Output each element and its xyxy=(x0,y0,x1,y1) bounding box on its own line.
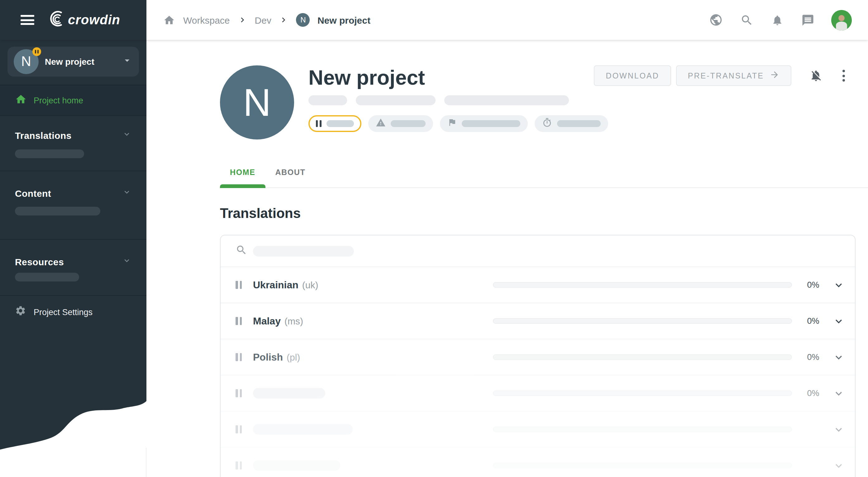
caret-down-icon xyxy=(122,55,133,68)
flag-status-chip[interactable] xyxy=(440,115,527,132)
progress-percent: 0% xyxy=(800,352,826,362)
skeleton-bar xyxy=(15,207,100,215)
pause-icon xyxy=(236,462,242,470)
page-title: New project xyxy=(308,65,608,90)
progress-percent: 0% xyxy=(800,280,826,289)
messages-icon[interactable] xyxy=(801,13,814,27)
tab-about[interactable]: ABOUT xyxy=(265,168,315,188)
breadcrumb-workspace[interactable]: Workspace xyxy=(183,14,230,25)
language-row-loading[interactable] xyxy=(221,447,855,477)
progress-bar xyxy=(493,282,792,288)
translations-card: Ukrainian (uk) 0% Malay (ms) 0% xyxy=(220,235,856,477)
project-name: New project xyxy=(45,57,122,67)
timer-icon xyxy=(542,117,552,130)
translations-heading: Translations xyxy=(220,205,868,222)
more-options-icon[interactable] xyxy=(838,68,849,83)
top-bar-icons xyxy=(709,10,852,30)
tab-bar: HOME ABOUT xyxy=(220,168,868,188)
pause-icon xyxy=(236,389,242,397)
sidebar: N New project Project home Translations xyxy=(0,40,147,477)
project-header: N New project xyxy=(147,40,868,139)
skeleton-bar xyxy=(15,149,84,158)
crowdin-logo-text: crowdin xyxy=(68,12,120,27)
search-icon xyxy=(236,244,247,258)
menu-icon[interactable] xyxy=(21,15,34,25)
timer-status-chip[interactable] xyxy=(534,115,608,132)
flag-icon xyxy=(447,118,457,130)
status-chip-row xyxy=(308,115,608,132)
warning-icon xyxy=(375,117,385,130)
chevron-down-icon[interactable] xyxy=(833,351,845,363)
chevron-down-icon[interactable] xyxy=(833,279,845,291)
pause-icon xyxy=(236,425,242,434)
download-button[interactable]: DOWNLOAD xyxy=(594,65,671,86)
chevron-down-icon xyxy=(122,188,131,199)
language-row-polish[interactable]: Polish (pl) 0% xyxy=(221,339,855,375)
sidebar-header: crowdin xyxy=(0,0,147,40)
home-icon xyxy=(15,93,27,107)
top-bar-main: Workspace Dev N New project xyxy=(147,0,868,40)
project-switcher[interactable]: N New project xyxy=(7,47,139,77)
language-name: Ukrainian xyxy=(253,279,299,291)
breadcrumb-current[interactable]: New project xyxy=(317,14,370,25)
gear-icon xyxy=(15,305,26,319)
chevron-down-icon[interactable] xyxy=(833,423,845,436)
sidebar-wave-decoration xyxy=(0,396,147,477)
search-icon[interactable] xyxy=(740,13,753,27)
language-row-loading[interactable]: 0% xyxy=(221,375,855,411)
chevron-down-icon xyxy=(122,130,131,141)
notifications-off-icon[interactable] xyxy=(808,68,823,83)
pause-icon xyxy=(236,317,242,325)
sidebar-section-translations[interactable]: Translations xyxy=(0,116,147,171)
progress-percent: 0% xyxy=(800,388,826,398)
content-section-label: Content xyxy=(15,188,51,199)
language-code: (pl) xyxy=(287,352,300,363)
chevron-right-icon xyxy=(279,15,289,25)
main-content: N New project xyxy=(147,40,868,477)
page: crowdin Workspace Dev N New project xyxy=(0,0,868,477)
sidebar-section-resources[interactable]: Resources xyxy=(0,240,147,296)
project-settings-label: Project Settings xyxy=(34,307,93,317)
language-row-malay[interactable]: Malay (ms) 0% xyxy=(221,303,855,339)
language-search-row[interactable] xyxy=(221,235,855,267)
pre-translate-button[interactable]: PRE-TRANSLATE xyxy=(676,65,792,86)
top-bar: crowdin Workspace Dev N New project xyxy=(0,0,868,40)
chevron-down-icon[interactable] xyxy=(833,459,845,472)
chevron-right-icon xyxy=(238,15,247,25)
progress-bar xyxy=(493,318,792,324)
tab-home[interactable]: HOME xyxy=(220,168,265,188)
language-code: (uk) xyxy=(302,280,318,290)
skeleton-meta-row xyxy=(308,95,608,105)
chevron-down-icon[interactable] xyxy=(833,387,845,400)
sidebar-item-project-settings[interactable]: Project Settings xyxy=(0,296,147,328)
sidebar-edge-line xyxy=(146,448,147,477)
language-name: Polish xyxy=(253,351,283,363)
skeleton-bar xyxy=(253,460,340,471)
chevron-down-icon[interactable] xyxy=(833,315,845,327)
arrow-right-icon xyxy=(770,70,779,81)
user-avatar[interactable] xyxy=(831,10,852,30)
sidebar-item-project-home[interactable]: Project home xyxy=(0,85,147,116)
notifications-icon[interactable] xyxy=(770,13,784,27)
globe-icon[interactable] xyxy=(709,13,723,27)
breadcrumb: Workspace Dev N New project xyxy=(162,13,370,27)
progress-bar xyxy=(493,354,792,360)
breadcrumb-dev[interactable]: Dev xyxy=(255,14,271,25)
crowdin-logo[interactable]: crowdin xyxy=(46,10,120,30)
crowdin-logo-icon xyxy=(46,10,65,30)
translations-section-label: Translations xyxy=(15,130,72,141)
language-code: (ms) xyxy=(284,316,303,326)
chevron-down-icon xyxy=(122,256,131,268)
pause-icon xyxy=(236,281,242,289)
skeleton-bar xyxy=(253,246,354,256)
language-row-loading[interactable] xyxy=(221,411,855,447)
pause-icon xyxy=(316,120,321,127)
home-icon[interactable] xyxy=(162,13,176,27)
language-name: Malay xyxy=(253,315,281,327)
sidebar-section-content[interactable]: Content xyxy=(0,171,147,240)
skeleton-bar xyxy=(253,388,325,399)
language-row-ukrainian[interactable]: Ukrainian (uk) 0% xyxy=(221,267,855,303)
project-avatar: N xyxy=(14,49,39,74)
warning-status-chip[interactable] xyxy=(368,115,433,132)
paused-status-chip[interactable] xyxy=(308,115,361,132)
